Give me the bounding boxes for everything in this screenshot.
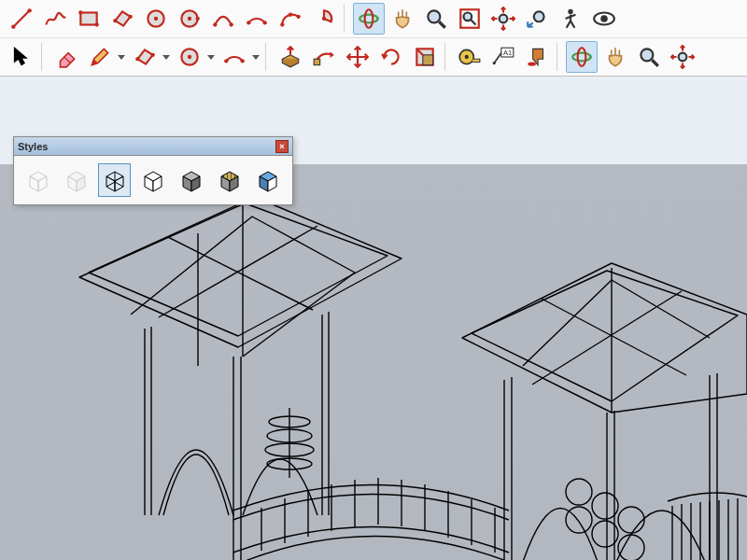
- svg-point-33: [135, 57, 139, 61]
- arc-tool[interactable]: [207, 3, 239, 35]
- svg-point-32: [600, 15, 608, 22]
- svg-point-53: [269, 416, 310, 427]
- zoom-window-tool[interactable]: [454, 3, 486, 35]
- style-shaded-textures[interactable]: [214, 163, 247, 197]
- arcs-tool-dropdown[interactable]: [250, 41, 261, 73]
- toolbar-row-top: [0, 0, 747, 38]
- separator: [41, 43, 47, 71]
- style-wireframe[interactable]: [98, 163, 131, 197]
- svg-text:A1: A1: [503, 49, 512, 57]
- svg-rect-3: [80, 13, 96, 25]
- svg-point-30: [568, 9, 572, 14]
- svg-point-29: [534, 11, 544, 21]
- svg-point-19: [297, 15, 301, 19]
- svg-point-47: [528, 62, 536, 65]
- shapes-tool[interactable]: [129, 41, 161, 73]
- line-tool[interactable]: [6, 3, 37, 35]
- zoom-extents-tool-2[interactable]: [667, 41, 698, 73]
- move-tool[interactable]: [342, 41, 374, 73]
- three-point-arc-tool[interactable]: [275, 3, 306, 35]
- rotated-rectangle-tool[interactable]: [106, 3, 138, 35]
- orbit-tool[interactable]: [353, 3, 385, 35]
- svg-point-59: [592, 493, 618, 519]
- tape-measure-tool[interactable]: [454, 41, 486, 73]
- zoom-tool-2[interactable]: [633, 41, 665, 73]
- svg-point-13: [213, 22, 217, 26]
- svg-point-57: [566, 479, 592, 505]
- svg-point-37: [224, 59, 228, 63]
- svg-line-0: [13, 10, 29, 26]
- orbit-tool-2[interactable]: [566, 41, 598, 73]
- svg-point-58: [566, 507, 592, 533]
- style-hidden-line[interactable]: [136, 163, 169, 197]
- eraser-tool[interactable]: [50, 41, 82, 73]
- svg-point-36: [188, 55, 191, 59]
- svg-point-7: [129, 15, 133, 19]
- scale-tool[interactable]: [409, 41, 441, 73]
- svg-point-48: [572, 53, 591, 62]
- svg-point-16: [263, 21, 267, 24]
- svg-point-54: [267, 429, 312, 442]
- svg-point-55: [265, 443, 314, 456]
- shapes-tool-dropdown[interactable]: [161, 41, 172, 73]
- svg-point-61: [618, 507, 644, 533]
- zoom-tool[interactable]: [420, 3, 452, 35]
- style-monochrome[interactable]: [252, 163, 285, 197]
- circle-tool[interactable]: [140, 3, 172, 35]
- pan-tool-2[interactable]: [599, 41, 631, 73]
- walk-tool[interactable]: [555, 3, 586, 35]
- previous-view-tool[interactable]: [521, 3, 553, 35]
- select-tool[interactable]: [6, 41, 37, 73]
- svg-point-23: [428, 10, 440, 22]
- freehand-tool[interactable]: [39, 3, 71, 35]
- text-tool[interactable]: A1: [487, 41, 519, 73]
- svg-point-11: [188, 17, 191, 21]
- separator: [265, 43, 271, 71]
- svg-point-56: [267, 458, 312, 469]
- pencil-tool-dropdown[interactable]: [116, 41, 127, 73]
- push-pull-tool[interactable]: [275, 41, 306, 73]
- styles-titlebar[interactable]: Styles ×: [14, 137, 292, 156]
- style-wireframe-faded[interactable]: [21, 163, 54, 197]
- arcs-tool[interactable]: [218, 41, 250, 73]
- svg-rect-41: [423, 55, 433, 65]
- toolbar-area: A1: [0, 0, 747, 77]
- svg-point-28: [500, 15, 508, 23]
- svg-point-2: [28, 8, 32, 12]
- paint-bucket-tool[interactable]: [521, 41, 553, 73]
- svg-point-12: [196, 17, 200, 21]
- pencil-tool[interactable]: [84, 41, 116, 73]
- viewport-3d[interactable]: Styles ×: [0, 77, 747, 560]
- svg-point-26: [464, 13, 472, 21]
- svg-point-22: [365, 9, 374, 28]
- svg-point-43: [465, 55, 469, 59]
- circles-tool[interactable]: [174, 41, 205, 73]
- svg-point-34: [151, 53, 155, 57]
- svg-point-15: [247, 21, 250, 24]
- styles-title: Styles: [18, 141, 275, 152]
- style-shaded[interactable]: [176, 163, 208, 197]
- svg-point-20: [322, 17, 326, 21]
- pan-tool[interactable]: [387, 3, 418, 35]
- rotate-tool[interactable]: [375, 41, 407, 73]
- circles-tool-dropdown[interactable]: [205, 41, 217, 73]
- close-icon[interactable]: ×: [275, 140, 289, 153]
- pie-tool[interactable]: [308, 3, 340, 35]
- rectangle-tool[interactable]: [73, 3, 105, 35]
- svg-point-6: [113, 19, 117, 22]
- zoom-extents-tool[interactable]: [487, 3, 519, 35]
- svg-point-4: [78, 10, 82, 14]
- svg-line-27: [471, 20, 475, 24]
- svg-point-38: [241, 59, 245, 63]
- svg-point-46: [493, 62, 496, 64]
- svg-point-14: [230, 22, 233, 26]
- polygon-tool[interactable]: [174, 3, 205, 35]
- separator: [444, 43, 450, 71]
- two-point-arc-tool[interactable]: [241, 3, 273, 35]
- svg-point-5: [95, 22, 99, 26]
- follow-me-tool[interactable]: [308, 41, 340, 73]
- svg-rect-39: [314, 59, 320, 64]
- look-around-tool[interactable]: [588, 3, 620, 35]
- style-hidden-line-faded[interactable]: [60, 163, 92, 197]
- separator: [557, 43, 562, 71]
